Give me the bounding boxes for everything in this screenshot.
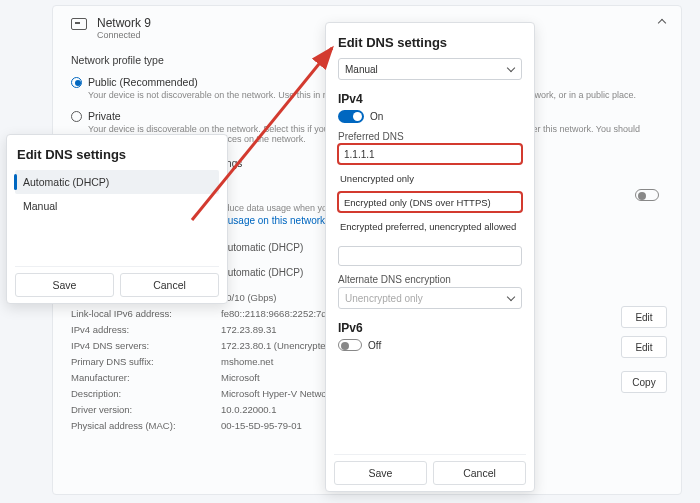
prop-val: mshome.net bbox=[221, 354, 273, 370]
copy-button[interactable]: Copy bbox=[621, 371, 667, 393]
dns-settings-popup-manual: Edit DNS settings Manual IPv4 On Preferr… bbox=[325, 22, 535, 492]
edit-dns-button[interactable]: Edit bbox=[621, 336, 667, 358]
prop-key: Manufacturer: bbox=[71, 370, 221, 386]
ipv4-heading: IPv4 bbox=[338, 92, 522, 106]
enc-option-preferred[interactable]: Encrypted preferred, unencrypted allowed bbox=[338, 216, 522, 236]
ipv6-off-label: Off bbox=[368, 340, 381, 351]
mode-select[interactable]: Manual bbox=[338, 58, 522, 80]
alternate-dns-input[interactable] bbox=[338, 246, 522, 266]
popup-title: Edit DNS settings bbox=[17, 147, 217, 162]
chevron-down-icon bbox=[507, 65, 515, 73]
option-automatic[interactable]: Automatic (DHCP) bbox=[15, 170, 219, 194]
cancel-button[interactable]: Cancel bbox=[433, 461, 526, 485]
dns-settings-popup-dropdown: Edit DNS settings Automatic (DHCP) Manua… bbox=[6, 134, 228, 304]
ipv6-toggle[interactable] bbox=[338, 339, 362, 351]
preferred-dns-label: Preferred DNS bbox=[338, 131, 522, 142]
option-manual[interactable]: Manual bbox=[15, 194, 219, 218]
prop-key: Physical address (MAC): bbox=[71, 418, 221, 434]
monitor-icon bbox=[71, 18, 87, 30]
prop-val: 00-15-5D-95-79-01 bbox=[221, 418, 302, 434]
prop-val: 10.0.22000.1 bbox=[221, 402, 276, 418]
public-label: Public (Recommended) bbox=[88, 76, 198, 88]
prop-key: Description: bbox=[71, 386, 221, 402]
prop-val: 10/10 (Gbps) bbox=[221, 290, 276, 306]
preferred-dns-input[interactable]: 1.1.1.1 bbox=[338, 144, 522, 164]
enc-option-unencrypted[interactable]: Unencrypted only bbox=[338, 168, 522, 188]
prop-key: Primary DNS suffix: bbox=[71, 354, 221, 370]
prop-val: 172.23.89.31 bbox=[221, 322, 276, 338]
chevron-down-icon bbox=[507, 294, 515, 302]
alternate-enc-label: Alternate DNS encryption bbox=[338, 274, 522, 285]
ipv4-toggle[interactable] bbox=[338, 110, 364, 123]
prop-key: IPv4 DNS servers: bbox=[71, 338, 221, 354]
save-button[interactable]: Save bbox=[15, 273, 114, 297]
alternate-enc-select: Unencrypted only bbox=[338, 287, 522, 309]
prop-key: IPv4 address: bbox=[71, 322, 221, 338]
network-status: Connected bbox=[97, 30, 151, 40]
prop-val: Microsoft bbox=[221, 370, 260, 386]
enc-option-https[interactable]: Encrypted only (DNS over HTTPS) bbox=[338, 192, 522, 212]
private-label: Private bbox=[88, 110, 121, 122]
prop-val: 172.23.80.1 (Unencrypted) bbox=[221, 338, 334, 354]
collapse-icon[interactable] bbox=[657, 16, 667, 26]
cancel-button[interactable]: Cancel bbox=[120, 273, 219, 297]
ipv4-on-label: On bbox=[370, 111, 383, 122]
alternate-enc-value: Unencrypted only bbox=[345, 293, 423, 304]
metered-toggle[interactable] bbox=[635, 189, 659, 201]
radio-icon bbox=[71, 77, 82, 88]
radio-icon bbox=[71, 111, 82, 122]
dns-assign-value: Automatic (DHCP) bbox=[221, 267, 303, 278]
ip-assign-value: Automatic (DHCP) bbox=[221, 242, 303, 253]
network-name: Network 9 bbox=[97, 16, 151, 30]
mode-value: Manual bbox=[345, 64, 378, 75]
edit-ip-button[interactable]: Edit bbox=[621, 306, 667, 328]
ipv6-heading: IPv6 bbox=[338, 321, 522, 335]
prop-key: Link-local IPv6 address: bbox=[71, 306, 221, 322]
prop-key: Driver version: bbox=[71, 402, 221, 418]
save-button[interactable]: Save bbox=[334, 461, 427, 485]
preferred-dns-value: 1.1.1.1 bbox=[344, 149, 375, 160]
popup-title: Edit DNS settings bbox=[338, 35, 522, 50]
